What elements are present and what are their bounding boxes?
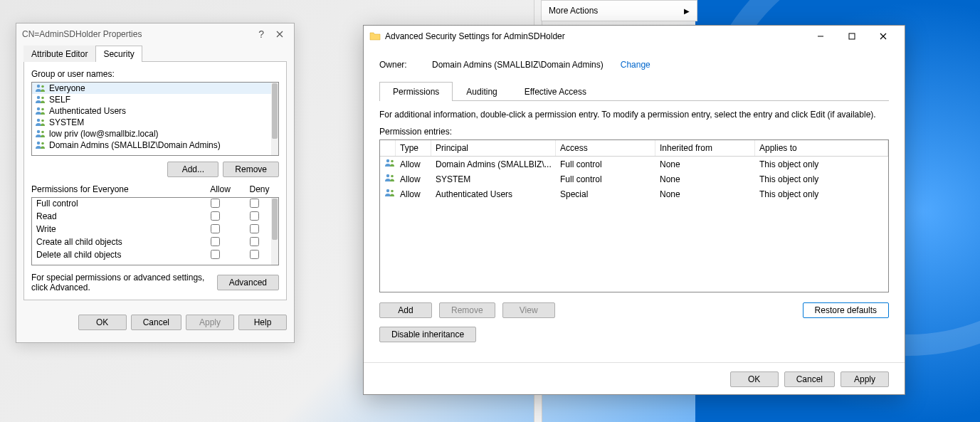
col-applies[interactable]: Applies to <box>755 140 888 156</box>
svg-point-11 <box>41 142 44 145</box>
svg-point-0 <box>37 85 40 88</box>
titlebar: CN=AdminSDHolder Properties ? <box>16 23 294 45</box>
permission-row: Write <box>32 223 278 236</box>
principal-item[interactable]: Domain Admins (SMALLBIZ\Domain Admins) <box>32 139 278 151</box>
tab-effective-access[interactable]: Effective Access <box>511 82 600 101</box>
permission-name: Delete all child objects <box>36 250 196 261</box>
principal-item[interactable]: SYSTEM <box>32 117 278 128</box>
group-names-label: Group or user names: <box>31 69 279 79</box>
svg-point-10 <box>37 142 40 144</box>
entry-type: Allow <box>396 174 431 185</box>
entry-inherited: None <box>655 174 755 185</box>
svg-point-8 <box>37 130 40 133</box>
deny-checkbox[interactable] <box>250 237 259 246</box>
svg-point-7 <box>41 120 44 122</box>
permission-entry-row[interactable]: AllowSYSTEMFull controlNoneThis object o… <box>380 172 888 186</box>
people-icon <box>35 118 46 127</box>
svg-point-2 <box>37 96 40 99</box>
close-button[interactable] <box>868 26 899 46</box>
entries-label: Permission entries: <box>379 127 889 137</box>
entry-principal: SYSTEM <box>431 174 556 185</box>
ok-button[interactable]: OK <box>78 315 127 330</box>
permission-entry-row[interactable]: AllowDomain Admins (SMALLBIZ\...Full con… <box>380 157 888 172</box>
add-entry-button[interactable]: Add <box>379 302 432 318</box>
window-title: Advanced Security Settings for AdminSDHo… <box>385 31 805 41</box>
deny-header: Deny <box>240 184 279 194</box>
advanced-button[interactable]: Advanced <box>217 275 279 290</box>
allow-checkbox[interactable] <box>211 211 220 221</box>
scrollbar-thumb[interactable] <box>272 83 278 139</box>
col-inherited[interactable]: Inherited from <box>655 140 755 156</box>
deny-checkbox[interactable] <box>250 224 259 233</box>
tab-attribute-editor[interactable]: Attribute Editor <box>23 46 95 62</box>
svg-point-3 <box>41 97 44 100</box>
more-actions-menu[interactable]: More Actions ▶ <box>541 0 697 21</box>
principals-listbox[interactable]: EveryoneSELFAuthenticated UsersSYSTEMlow… <box>31 82 279 156</box>
minimize-button[interactable] <box>805 26 836 46</box>
entry-access: Full control <box>556 174 655 185</box>
principal-item[interactable]: SELF <box>32 94 278 105</box>
change-owner-link[interactable]: Change <box>621 60 650 70</box>
people-icon <box>35 95 46 104</box>
deny-checkbox[interactable] <box>250 211 259 221</box>
principal-item[interactable]: Everyone <box>32 83 278 94</box>
view-entry-button[interactable]: View <box>502 302 555 318</box>
col-type[interactable]: Type <box>396 140 431 156</box>
allow-checkbox[interactable] <box>211 199 220 208</box>
entry-principal: Authenticated Users <box>431 189 556 200</box>
remove-entry-button[interactable]: Remove <box>439 302 495 318</box>
apply-button[interactable]: Apply <box>841 371 889 387</box>
permission-row: Create all child objects <box>32 236 278 249</box>
restore-defaults-button[interactable]: Restore defaults <box>803 302 889 318</box>
allow-checkbox[interactable] <box>211 224 220 233</box>
permission-name: Create all child objects <box>36 237 196 248</box>
entry-principal: Domain Admins (SMALLBIZ\... <box>431 159 556 170</box>
permission-name: Full control <box>36 199 196 210</box>
entry-applies: This object only <box>755 174 888 185</box>
people-icon <box>35 84 46 93</box>
owner-label: Owner: <box>379 60 422 70</box>
scrollbar-thumb[interactable] <box>272 199 278 240</box>
remove-button[interactable]: Remove <box>223 162 279 177</box>
tab-permissions[interactable]: Permissions <box>379 82 453 101</box>
permission-entry-row[interactable]: AllowAuthenticated UsersSpecialNoneThis … <box>380 186 888 201</box>
principal-item[interactable]: Authenticated Users <box>32 105 278 117</box>
principal-name: low priv (low@smallbiz.local) <box>49 129 159 139</box>
cancel-button[interactable]: Cancel <box>784 371 835 387</box>
entry-inherited: None <box>655 159 755 170</box>
svg-point-14 <box>391 160 394 163</box>
people-icon <box>35 141 46 149</box>
maximize-button[interactable] <box>836 26 868 46</box>
info-text: For additional information, double-click… <box>379 110 889 120</box>
permissions-for-label: Permissions for Everyone <box>31 184 201 194</box>
tab-security[interactable]: Security <box>95 46 142 62</box>
add-button[interactable]: Add... <box>167 162 218 177</box>
svg-point-16 <box>391 175 394 178</box>
col-principal[interactable]: Principal <box>431 140 556 156</box>
help-button[interactable]: Help <box>238 315 287 330</box>
scrollbar-track[interactable] <box>271 83 278 155</box>
entry-applies: This object only <box>755 189 888 200</box>
scrollbar-track[interactable] <box>271 198 278 265</box>
apply-button[interactable]: Apply <box>186 315 234 330</box>
svg-rect-12 <box>849 33 855 39</box>
col-access[interactable]: Access <box>556 140 655 156</box>
ok-button[interactable]: OK <box>730 371 779 387</box>
permission-row: Read <box>32 211 278 223</box>
grid-header: Type Principal Access Inherited from App… <box>380 140 888 157</box>
deny-checkbox[interactable] <box>250 250 259 259</box>
people-icon <box>384 174 396 182</box>
principal-item[interactable]: low priv (low@smallbiz.local) <box>32 128 278 139</box>
permission-entries-grid: Type Principal Access Inherited from App… <box>379 139 889 292</box>
help-icon[interactable]: ? <box>258 28 264 40</box>
tab-auditing[interactable]: Auditing <box>453 82 510 101</box>
disable-inheritance-button[interactable]: Disable inheritance <box>379 327 476 342</box>
cancel-button[interactable]: Cancel <box>131 315 181 330</box>
entry-inherited: None <box>655 189 755 200</box>
allow-checkbox[interactable] <box>211 237 220 246</box>
allow-checkbox[interactable] <box>211 250 220 259</box>
deny-checkbox[interactable] <box>250 199 259 208</box>
close-button[interactable] <box>273 27 287 41</box>
principal-name: SELF <box>49 95 70 105</box>
folder-icon <box>369 31 381 41</box>
